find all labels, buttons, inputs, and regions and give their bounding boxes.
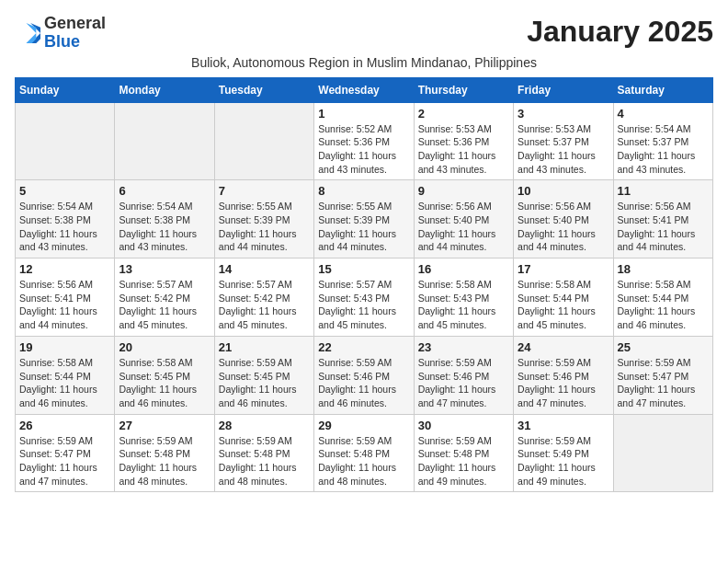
day-cell-30: 30Sunrise: 5:59 AMSunset: 5:48 PMDayligh…	[414, 414, 513, 492]
day-info: Sunrise: 5:58 AMSunset: 5:45 PMDaylight:…	[119, 356, 210, 410]
day-info: Sunrise: 5:56 AMSunset: 5:41 PMDaylight:…	[618, 200, 709, 254]
week-row-1: 1Sunrise: 5:52 AMSunset: 5:36 PMDaylight…	[16, 102, 713, 180]
day-info: Sunrise: 5:58 AMSunset: 5:44 PMDaylight:…	[618, 278, 709, 332]
day-number: 11	[618, 184, 709, 198]
day-info: Sunrise: 5:59 AMSunset: 5:48 PMDaylight:…	[318, 434, 409, 488]
empty-cell	[115, 102, 214, 180]
week-row-3: 12Sunrise: 5:56 AMSunset: 5:41 PMDayligh…	[16, 259, 713, 337]
day-info: Sunrise: 5:55 AMSunset: 5:39 PMDaylight:…	[219, 200, 310, 254]
day-number: 15	[318, 262, 409, 276]
day-cell-18: 18Sunrise: 5:58 AMSunset: 5:44 PMDayligh…	[613, 259, 712, 337]
day-cell-10: 10Sunrise: 5:56 AMSunset: 5:40 PMDayligh…	[514, 180, 613, 259]
day-cell-20: 20Sunrise: 5:58 AMSunset: 5:45 PMDayligh…	[115, 336, 214, 414]
column-header-saturday: Saturday	[613, 77, 712, 102]
day-number: 12	[19, 262, 110, 276]
day-info: Sunrise: 5:59 AMSunset: 5:45 PMDaylight:…	[219, 356, 310, 410]
day-info: Sunrise: 5:57 AMSunset: 5:42 PMDaylight:…	[119, 278, 210, 332]
day-number: 6	[119, 184, 210, 198]
column-header-friday: Friday	[514, 77, 613, 102]
day-number: 31	[518, 419, 609, 432]
column-header-monday: Monday	[115, 77, 214, 102]
day-number: 18	[618, 262, 709, 276]
day-info: Sunrise: 5:59 AMSunset: 5:46 PMDaylight:…	[318, 356, 409, 410]
day-cell-2: 2Sunrise: 5:53 AMSunset: 5:36 PMDaylight…	[414, 102, 513, 180]
day-info: Sunrise: 5:59 AMSunset: 5:46 PMDaylight:…	[518, 356, 609, 410]
calendar-table: SundayMondayTuesdayWednesdayThursdayFrid…	[15, 77, 713, 493]
day-cell-24: 24Sunrise: 5:59 AMSunset: 5:46 PMDayligh…	[514, 336, 613, 414]
day-number: 16	[418, 262, 509, 276]
day-number: 19	[19, 340, 110, 354]
day-cell-19: 19Sunrise: 5:58 AMSunset: 5:44 PMDayligh…	[16, 336, 115, 414]
day-number: 13	[119, 262, 210, 276]
day-number: 28	[219, 419, 310, 432]
day-cell-6: 6Sunrise: 5:54 AMSunset: 5:38 PMDaylight…	[115, 180, 214, 259]
day-info: Sunrise: 5:53 AMSunset: 5:37 PMDaylight:…	[518, 122, 609, 177]
day-info: Sunrise: 5:54 AMSunset: 5:37 PMDaylight:…	[618, 122, 709, 177]
month-title: January 2025	[527, 15, 713, 49]
week-row-5: 26Sunrise: 5:59 AMSunset: 5:47 PMDayligh…	[16, 414, 713, 492]
day-info: Sunrise: 5:59 AMSunset: 5:49 PMDaylight:…	[518, 434, 609, 488]
week-row-2: 5Sunrise: 5:54 AMSunset: 5:38 PMDaylight…	[16, 180, 713, 259]
day-cell-12: 12Sunrise: 5:56 AMSunset: 5:41 PMDayligh…	[16, 259, 115, 337]
logo: General Blue	[15, 15, 106, 52]
day-info: Sunrise: 5:59 AMSunset: 5:48 PMDaylight:…	[119, 434, 210, 488]
logo-text: General Blue	[44, 15, 106, 52]
header-row: SundayMondayTuesdayWednesdayThursdayFrid…	[16, 77, 713, 102]
day-number: 4	[618, 107, 709, 121]
day-number: 5	[19, 184, 110, 198]
day-number: 9	[418, 184, 509, 198]
day-number: 23	[418, 340, 509, 354]
day-number: 30	[418, 419, 509, 432]
day-info: Sunrise: 5:58 AMSunset: 5:44 PMDaylight:…	[19, 356, 110, 410]
day-number: 21	[219, 340, 310, 354]
column-header-wednesday: Wednesday	[314, 77, 414, 102]
day-info: Sunrise: 5:57 AMSunset: 5:43 PMDaylight:…	[318, 278, 409, 332]
empty-cell	[16, 102, 115, 180]
day-cell-23: 23Sunrise: 5:59 AMSunset: 5:46 PMDayligh…	[414, 336, 513, 414]
day-info: Sunrise: 5:58 AMSunset: 5:43 PMDaylight:…	[418, 278, 509, 332]
day-info: Sunrise: 5:54 AMSunset: 5:38 PMDaylight:…	[19, 200, 110, 254]
day-number: 7	[219, 184, 310, 198]
day-cell-29: 29Sunrise: 5:59 AMSunset: 5:48 PMDayligh…	[314, 414, 414, 492]
subtitle: Buliok, Autonomous Region in Muslim Mind…	[15, 55, 713, 70]
day-info: Sunrise: 5:59 AMSunset: 5:48 PMDaylight:…	[219, 434, 310, 488]
day-cell-22: 22Sunrise: 5:59 AMSunset: 5:46 PMDayligh…	[314, 336, 414, 414]
logo-icon	[15, 20, 40, 46]
day-number: 17	[518, 262, 609, 276]
column-header-thursday: Thursday	[414, 77, 513, 102]
empty-cell	[613, 414, 712, 492]
empty-cell	[214, 102, 313, 180]
day-cell-3: 3Sunrise: 5:53 AMSunset: 5:37 PMDaylight…	[514, 102, 613, 180]
day-cell-16: 16Sunrise: 5:58 AMSunset: 5:43 PMDayligh…	[414, 259, 513, 337]
day-number: 25	[618, 340, 709, 354]
day-number: 29	[318, 419, 409, 432]
week-row-4: 19Sunrise: 5:58 AMSunset: 5:44 PMDayligh…	[16, 336, 713, 414]
day-number: 2	[418, 107, 509, 121]
day-number: 24	[518, 340, 609, 354]
day-cell-13: 13Sunrise: 5:57 AMSunset: 5:42 PMDayligh…	[115, 259, 214, 337]
day-cell-25: 25Sunrise: 5:59 AMSunset: 5:47 PMDayligh…	[613, 336, 712, 414]
day-cell-14: 14Sunrise: 5:57 AMSunset: 5:42 PMDayligh…	[214, 259, 313, 337]
day-number: 8	[318, 184, 409, 198]
day-cell-27: 27Sunrise: 5:59 AMSunset: 5:48 PMDayligh…	[115, 414, 214, 492]
day-number: 20	[119, 340, 210, 354]
day-cell-5: 5Sunrise: 5:54 AMSunset: 5:38 PMDaylight…	[16, 180, 115, 259]
day-info: Sunrise: 5:56 AMSunset: 5:41 PMDaylight:…	[19, 278, 110, 332]
day-number: 22	[318, 340, 409, 354]
day-info: Sunrise: 5:56 AMSunset: 5:40 PMDaylight:…	[518, 200, 609, 254]
day-info: Sunrise: 5:59 AMSunset: 5:46 PMDaylight:…	[418, 356, 509, 410]
day-info: Sunrise: 5:53 AMSunset: 5:36 PMDaylight:…	[418, 122, 509, 177]
day-info: Sunrise: 5:59 AMSunset: 5:47 PMDaylight:…	[19, 434, 110, 488]
day-info: Sunrise: 5:59 AMSunset: 5:48 PMDaylight:…	[418, 434, 509, 488]
column-header-sunday: Sunday	[16, 77, 115, 102]
day-cell-1: 1Sunrise: 5:52 AMSunset: 5:36 PMDaylight…	[314, 102, 414, 180]
day-info: Sunrise: 5:59 AMSunset: 5:47 PMDaylight:…	[618, 356, 709, 410]
day-cell-11: 11Sunrise: 5:56 AMSunset: 5:41 PMDayligh…	[613, 180, 712, 259]
column-header-tuesday: Tuesday	[214, 77, 313, 102]
day-info: Sunrise: 5:58 AMSunset: 5:44 PMDaylight:…	[518, 278, 609, 332]
day-number: 27	[119, 419, 210, 432]
day-cell-4: 4Sunrise: 5:54 AMSunset: 5:37 PMDaylight…	[613, 102, 712, 180]
day-number: 26	[19, 419, 110, 432]
day-info: Sunrise: 5:56 AMSunset: 5:40 PMDaylight:…	[418, 200, 509, 254]
day-cell-7: 7Sunrise: 5:55 AMSunset: 5:39 PMDaylight…	[214, 180, 313, 259]
